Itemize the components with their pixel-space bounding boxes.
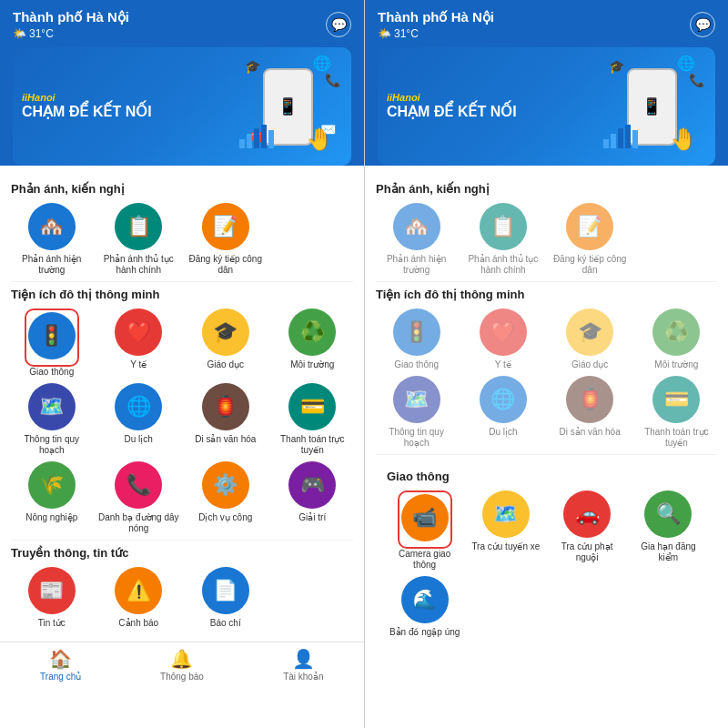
hat-icon: 🎓 [245,59,260,74]
list-item[interactable]: 📝 Đăng ký tiếp công dân [185,203,267,276]
r-divider1 [376,281,717,282]
list-item[interactable]: 🏘️ Phản ánh hiện trường [11,203,93,276]
phan-anh-hien-truong-label: Phản ánh hiện trường [11,254,93,276]
divider2 [11,540,353,541]
tra-cuu-phat-label: Tra cứu phạt nguội [550,541,625,563]
thanh-toan-item[interactable]: 💳 Thanh toán trực tuyến [272,383,354,456]
r-thanh-toan[interactable]: 💳 Thanh toán trực tuyến [636,376,717,449]
nong-nghiep-label: Nông nghiệp [25,512,77,523]
left-header: Thành phố Hà Nội 🌤️ 31°C 💬 iiHanoi CHẠM … [0,0,364,166]
danh-ba-item[interactable]: 📞 Danh bạ đường dây nóng [98,461,180,534]
camera-giao-thong-item[interactable]: 📹 Camera giao thông [387,490,462,571]
nav-thong-bao-label: Thông báo [160,672,204,682]
quy-hoach-icon: 🗺️ [28,383,76,430]
giao-thong-item[interactable]: 🚦 Giao thông [11,308,93,378]
dich-vu-cong-item[interactable]: ⚙️ Dịch vụ công [185,461,267,534]
nav-thong-bao[interactable]: 🔔 Thông báo [121,648,242,682]
tra-cuu-phat-icon: 🚗 [563,490,611,538]
r-giao-duc[interactable]: 🎓 Giáo dục [550,308,631,370]
giao-duc-label: Giáo dục [207,359,244,370]
phone-icon: 📞 [325,73,340,87]
gia-han-dang-kiem-item[interactable]: 🔍 Gia hạn đăng kiểm [631,490,706,571]
r-divider2 [376,454,717,455]
bell-icon: 🔔 [170,648,193,670]
r-y-te[interactable]: ❤️ Y tế [462,308,543,370]
canh-bao-label: Cảnh báo [118,618,158,629]
right-dang-ky[interactable]: 📝 Đăng ký tiếp công dân [550,203,631,276]
r-giao-duc-icon: 🎓 [566,308,613,356]
left-section2-title: Tiện ích đô thị thông minh [11,288,353,301]
right-phan-anh-hien[interactable]: 🏘️ Phản ánh hiện trường [376,203,457,276]
nav-trang-chu[interactable]: 🏠 Trang chủ [0,648,121,682]
du-lich-label: Du lịch [125,434,153,445]
right-chat-button[interactable]: 💬 [690,12,715,37]
right-phan-anh-thu[interactable]: 📋 Phản ánh thủ tục hành chính [462,203,543,276]
r-moi-truong[interactable]: ♻️ Môi trường [636,308,717,370]
thanh-toan-label: Thanh toán trực tuyến [272,434,354,456]
ban-do-ngap-ung-item[interactable]: 🌊 Bản đồ ngập úng [387,576,462,638]
r-di-san[interactable]: 🏮 Di sản văn hóa [550,376,631,449]
left-city-title: Thành phố Hà Nội [13,9,129,25]
nong-nghiep-item[interactable]: 🌾 Nông nghiệp [11,461,93,534]
r-du-lich-icon: 🌐 [480,376,527,423]
du-lich-item[interactable]: 🌐 Du lịch [98,383,180,456]
quy-hoach-item[interactable]: 🗺️ Thông tin quy hoạch [11,383,93,456]
left-chat-button[interactable]: 💬 [326,12,351,37]
r-quy-hoach-icon: 🗺️ [393,376,440,423]
r-du-lich[interactable]: 🌐 Du lịch [462,376,543,449]
right-section2-row2: 🗺️ Thông tin quy hoạch 🌐 Du lịch 🏮 Di sả… [376,376,717,449]
thanh-toan-icon: 💳 [288,383,336,430]
right-section1-title: Phản ánh, kiến nghị [376,182,717,196]
di-san-label: Di sản văn hóa [195,434,256,445]
right-weather: 🌤️ 31°C [378,27,494,40]
giai-tri-item[interactable]: 🎮 Giải trí [272,461,354,534]
r-giao-duc-label: Giáo dục [571,359,608,370]
r-dang-ky-icon: 📝 [566,203,613,250]
r-di-san-label: Di sản văn hóa [560,427,621,438]
camera-label: Camera giao thông [387,549,462,571]
dich-vu-cong-label: Dịch vụ công [198,512,252,523]
right-banner-image: 📱 🌐 📞 🎓 🤚 [597,56,706,157]
dang-ky-tiep-icon: 📝 [202,203,249,250]
svg-rect-2 [254,128,259,148]
right-tagline: CHẠM ĐỂ KẾT NỐI [387,103,597,120]
canh-bao-item[interactable]: ⚠️ Cảnh báo [98,567,180,629]
dang-ky-tiep-label: Đăng ký tiếp công dân [185,254,267,276]
r-du-lich-label: Du lịch [489,427,517,438]
r-dang-ky-label: Đăng ký tiếp công dân [550,254,631,276]
r-quy-hoach[interactable]: 🗺️ Thông tin quy hoạch [376,376,457,449]
tra-cuu-phat-nguoi-item[interactable]: 🚗 Tra cứu phạt nguội [550,490,625,571]
left-section2-row1: 🚦 Giao thông ❤️ Y tế 🎓 Giáo dục ♻️ Môi t… [11,308,353,378]
left-section2-row2: 🗺️ Thông tin quy hoạch 🌐 Du lịch 🏮 Di sả… [11,383,353,456]
giao-thong-sub-title: Giao thông [387,470,706,483]
tin-tuc-item[interactable]: 📰 Tin tức [11,567,93,629]
cloud-icon: 🌤️ [13,27,26,40]
svg-rect-4 [268,130,274,148]
danh-ba-icon: 📞 [115,461,162,509]
chat-icon: 💬 [331,17,347,32]
giao-thong-sub-row2: 🌊 Bản đồ ngập úng [387,576,706,638]
moi-truong-item[interactable]: ♻️ Môi trường [272,308,354,378]
right-section2-row1: 🚦 Giao thông ❤️ Y tế 🎓 Giáo dục ♻️ Môi t… [376,308,717,370]
phan-anh-hien-truong-icon: 🏘️ [28,203,76,250]
list-item[interactable]: 📋 Phản ánh thủ tục hành chính [98,203,180,276]
svg-rect-5 [603,139,609,148]
r-giao-thong-label: Giao thông [394,359,439,370]
danh-ba-label: Danh bạ đường dây nóng [98,512,180,534]
globe-icon: 🌐 [313,55,331,72]
left-section3-row: 📰 Tin tức ⚠️ Cảnh báo 📄 Báo chí [11,567,353,629]
y-te-label: Y tế [130,359,147,370]
r-giao-thong-icon: 🚦 [393,308,440,356]
r-di-san-icon: 🏮 [566,376,613,423]
giao-duc-item[interactable]: 🎓 Giáo dục [185,308,267,378]
nav-tai-khoan[interactable]: 👤 Tài khoản [243,648,364,682]
r-giao-thong[interactable]: 🚦 Giao thông [376,308,457,370]
ban-do-icon: 🌊 [401,576,449,623]
svg-rect-6 [611,134,616,148]
phan-anh-thu-tuc-icon: 📋 [115,203,162,250]
du-lich-icon: 🌐 [115,383,162,430]
tra-cuu-tuyen-xe-item[interactable]: 🗺️ Tra cứu tuyến xe [468,490,543,571]
di-san-item[interactable]: 🏮 Di sản văn hóa [185,383,267,456]
bao-chi-item[interactable]: 📄 Báo chí [185,567,267,629]
y-te-item[interactable]: ❤️ Y tế [98,308,180,378]
